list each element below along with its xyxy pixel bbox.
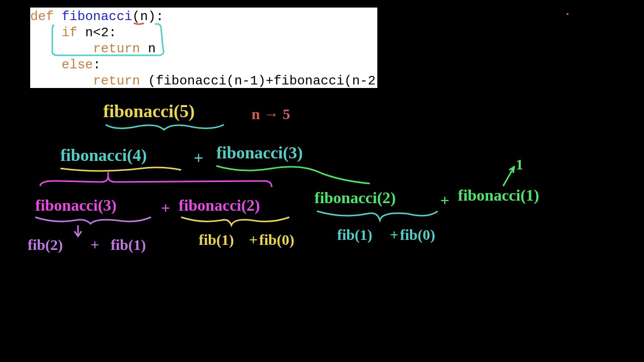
hand-n5: n → 5 [252, 106, 290, 123]
return-expr: (fibonacci(n-1)+fibonacci(n-2)) [140, 73, 391, 88]
hand-fib1a: fibonacci(1) [458, 186, 539, 205]
hand-plus3: + [440, 191, 449, 210]
hand-fib0b: fib(0) [400, 226, 435, 243]
hand-fib2a: fibonacci(2) [179, 196, 260, 215]
hand-one: 1 [516, 156, 523, 173]
hand-plus6: + [390, 226, 398, 243]
else-colon: : [93, 57, 101, 72]
condition: n<2: [77, 25, 117, 40]
keyword-def: def [30, 9, 54, 24]
keyword-else: else [61, 57, 93, 72]
hand-fib2b: fibonacci(2) [314, 189, 396, 207]
svg-point-0 [567, 13, 569, 15]
hand-plus1: + [194, 148, 203, 167]
hand-fib5: fibonacci(5) [103, 101, 195, 122]
hand-fib2c: fib(2) [28, 236, 63, 253]
hand-plus4: + [91, 236, 99, 253]
hand-fib1c: fib(1) [199, 231, 234, 248]
return-value-1: n [140, 41, 155, 56]
hand-fib1d: fib(1) [337, 226, 372, 243]
hand-fib0a: fib(0) [259, 231, 294, 248]
function-name: fibonacci [61, 9, 132, 24]
hand-fib3a: fibonacci(3) [216, 143, 303, 162]
hand-fib1b: fib(1) [111, 236, 146, 253]
code-snippet: def fibonacci(n): if n<2: return n else:… [30, 8, 377, 88]
hand-fib4: fibonacci(4) [60, 146, 147, 165]
code-pre: def fibonacci(n): if n<2: return n else:… [30, 8, 377, 89]
keyword-return-2: return [93, 73, 140, 88]
keyword-return-1: return [93, 41, 140, 56]
hand-fib3b: fibonacci(3) [35, 196, 117, 215]
hand-plus2: + [161, 199, 170, 217]
keyword-if: if [61, 25, 77, 40]
params: (n): [132, 9, 164, 24]
hand-plus5: + [249, 231, 258, 248]
